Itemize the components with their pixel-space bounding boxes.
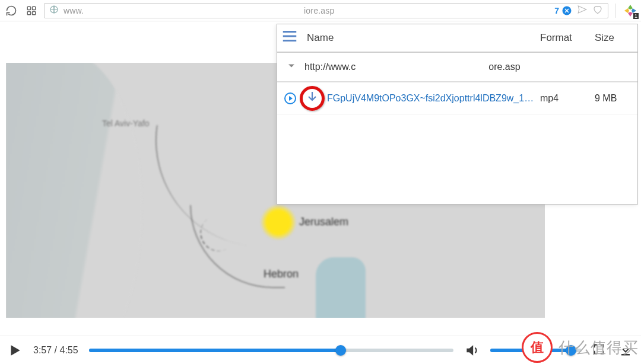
panel-header: Name Format Size	[277, 24, 637, 53]
volume-icon[interactable]	[464, 343, 480, 358]
media-format: mp4	[540, 93, 595, 104]
svg-rect-1	[33, 7, 36, 9]
fullscreen-button[interactable]	[592, 343, 608, 358]
svg-rect-7	[621, 354, 630, 356]
download-panel: Name Format Size http://www.c ore.asp	[277, 24, 638, 205]
play-preview-icon[interactable]	[283, 91, 297, 106]
extension-button[interactable]: 1	[623, 4, 637, 18]
badge-cancel-icon	[561, 5, 572, 16]
content-area: Jerusalem Hebron Tel Aviv-Yafo Name Form…	[0, 21, 641, 336]
send-icon[interactable]	[577, 4, 588, 17]
svg-rect-3	[33, 11, 36, 14]
video-controls: 3:57 / 4:55	[0, 336, 641, 364]
col-header-size: Size	[595, 32, 637, 44]
catch-badge[interactable]: 7	[554, 5, 572, 16]
group-url: http://www.c ore.asp	[304, 62, 521, 72]
col-header-name: Name	[306, 32, 540, 44]
label-hebron: Hebron	[264, 268, 299, 280]
download-file-icon[interactable]	[305, 90, 319, 107]
globe-icon	[49, 5, 59, 17]
extension-count: 1	[633, 13, 639, 19]
badge-count: 7	[554, 6, 559, 15]
url-prefix: www.	[64, 6, 84, 15]
media-row[interactable]: FGpUjV4M9tOPo3GX~fsi2dXjopttrl4lDBZ9w_16…	[277, 82, 637, 114]
group-row[interactable]: http://www.c ore.asp	[277, 53, 637, 82]
url-suffix: iore.asp	[304, 6, 334, 15]
time-current: 3:57	[33, 345, 52, 355]
progress-bar[interactable]	[89, 349, 453, 352]
menu-icon[interactable]	[281, 27, 302, 49]
favorite-icon[interactable]	[592, 4, 603, 17]
svg-rect-2	[27, 11, 30, 14]
download-button[interactable]	[618, 343, 634, 358]
reload-button[interactable]	[4, 3, 19, 18]
media-filename: FGpUjV4M9tOPo3GX~fsi2dXjopttrl4lDBZ9w_16…	[327, 93, 540, 104]
time-display: 3:57 / 4:55	[33, 345, 78, 356]
apps-grid-button[interactable]	[24, 3, 39, 18]
label-telaviv: Tel Aviv-Yafo	[102, 119, 150, 128]
label-jerusalem: Jerusalem	[299, 216, 348, 228]
highlight-circle	[300, 86, 325, 111]
separator	[615, 4, 616, 18]
media-size: 9 MB	[595, 93, 637, 104]
collapse-icon[interactable]	[285, 60, 300, 74]
browser-top-bar: www. iore.asp 7 1	[0, 0, 641, 21]
volume-bar[interactable]	[490, 349, 582, 352]
play-button[interactable]	[7, 343, 23, 358]
address-bar[interactable]: www. iore.asp 7	[44, 3, 608, 18]
col-header-format: Format	[540, 32, 595, 44]
time-total: 4:55	[59, 345, 78, 355]
svg-rect-0	[27, 7, 30, 9]
